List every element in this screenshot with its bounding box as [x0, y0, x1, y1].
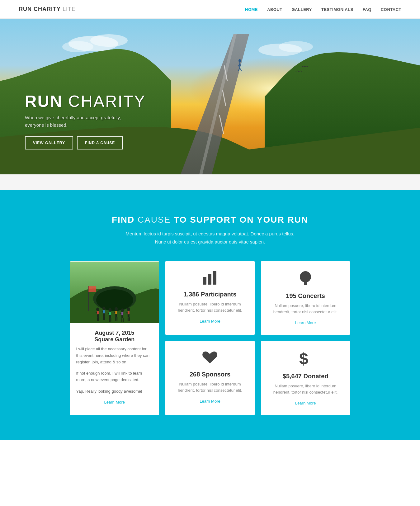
event-body: August 7, 2015 Square Garden I will plac…	[70, 324, 159, 411]
svg-point-19	[96, 307, 99, 311]
svg-rect-38	[116, 317, 117, 321]
event-image	[70, 261, 159, 324]
stat-card-participants: 1,386 Participants Nullam posuere, liber…	[165, 261, 255, 335]
svg-rect-28	[104, 316, 105, 320]
concerts-learn-more[interactable]: Learn More	[295, 320, 316, 325]
donated-desc: Nullam posuere, libero id interdum hendr…	[267, 383, 344, 395]
svg-rect-50	[103, 310, 105, 313]
nav-link-testimonials[interactable]: TESTIMONIALS	[321, 7, 353, 12]
event-learn-more[interactable]: Learn More	[76, 400, 153, 404]
brand-name: RUN CHARITY	[19, 6, 61, 12]
cards-grid: August 7, 2015 Square Garden I will plac…	[70, 261, 350, 415]
sponsors-learn-more[interactable]: Learn More	[200, 399, 220, 404]
stat-card-concerts: 195 Concerts Nullam posuere, libero id i…	[261, 261, 350, 335]
brand-logo[interactable]: RUN CHARITY LITE	[19, 6, 76, 12]
svg-point-39	[121, 308, 124, 312]
nav-link-home[interactable]: HOME	[245, 7, 258, 12]
nav-item-testimonials[interactable]: TESTIMONIALS	[321, 7, 353, 12]
svg-rect-47	[127, 317, 128, 321]
svg-rect-49	[97, 311, 98, 314]
svg-point-6	[90, 34, 128, 47]
svg-rect-53	[121, 312, 123, 315]
event-card: August 7, 2015 Square Garden I will plac…	[70, 261, 159, 415]
tree-icon	[267, 271, 344, 289]
participants-learn-more[interactable]: Learn More	[200, 319, 220, 324]
participants-number: 1,386 Participants	[172, 291, 248, 298]
svg-point-18	[96, 289, 133, 311]
causes-support: TO SUPPORT ON YOUR RUN	[171, 215, 308, 225]
nav-link-contact[interactable]: CONTACT	[381, 7, 401, 12]
concerts-number: 195 Concerts	[267, 292, 344, 300]
svg-rect-48	[129, 317, 130, 321]
svg-rect-58	[208, 274, 211, 285]
svg-rect-61	[304, 281, 307, 285]
svg-rect-37	[115, 317, 116, 321]
svg-point-34	[115, 307, 118, 311]
causes-find: FIND	[112, 215, 134, 225]
svg-rect-33	[110, 318, 111, 322]
svg-point-29	[108, 308, 111, 312]
nav-item-faq[interactable]: FAQ	[363, 7, 371, 12]
event-desc1: I will place all the necessary content f…	[76, 346, 153, 365]
svg-point-24	[102, 306, 105, 310]
hero-title: RUN CHARITY	[25, 92, 146, 110]
svg-text:$: $	[299, 350, 308, 366]
svg-point-9	[279, 41, 313, 52]
dollar-icon: $	[267, 350, 344, 369]
nav-link-about[interactable]: ABOUT	[267, 7, 282, 12]
hero-section: RUN CHARITY When we give cheerfully and …	[0, 19, 420, 174]
causes-cause: CAUSE	[134, 215, 171, 225]
causes-title: FIND CAUSE TO SUPPORT ON YOUR RUN	[19, 215, 401, 225]
hero-title-bold: RUN	[25, 92, 63, 110]
navbar: RUN CHARITY LITE HOME ABOUT GALLERY TEST…	[0, 0, 420, 19]
svg-rect-23	[98, 317, 99, 321]
causes-section: FIND CAUSE TO SUPPORT ON YOUR RUN Mentum…	[0, 190, 420, 440]
divider	[0, 174, 420, 190]
nav-item-gallery[interactable]: GALLERY	[292, 7, 312, 12]
svg-rect-54	[127, 311, 129, 314]
brand-lite: LITE	[61, 6, 76, 12]
nav-menu: HOME ABOUT GALLERY TESTIMONIALS FAQ CONT…	[245, 7, 401, 12]
svg-rect-56	[88, 286, 96, 292]
sponsors-desc: Nullam posuere, libero id interdum hendr…	[172, 381, 248, 393]
svg-rect-42	[121, 318, 122, 322]
causes-description: Mentum lectus id turpis suscipit, ut ege…	[120, 230, 300, 246]
hero-subtitle: When we give cheerfully and accept grate…	[25, 114, 125, 129]
svg-point-60	[300, 271, 311, 282]
svg-rect-27	[103, 316, 104, 320]
nav-item-about[interactable]: ABOUT	[267, 7, 282, 12]
nav-item-home[interactable]: HOME	[245, 7, 258, 12]
sponsors-number: 268 Sponsors	[172, 371, 248, 378]
svg-point-10	[238, 59, 241, 62]
svg-rect-43	[123, 318, 124, 322]
donated-learn-more[interactable]: Learn More	[295, 401, 316, 405]
heart-icon	[172, 350, 248, 367]
find-cause-button[interactable]: FIND A CAUSE	[77, 136, 123, 149]
svg-rect-57	[203, 277, 206, 285]
causes-heading: FIND CAUSE TO SUPPORT ON YOUR RUN	[19, 215, 401, 225]
nav-link-faq[interactable]: FAQ	[363, 7, 371, 12]
stat-card-donated: $ $5,647 Donated Nullam posuere, libero …	[261, 341, 350, 415]
svg-point-7	[62, 41, 93, 52]
nav-item-contact[interactable]: CONTACT	[381, 7, 401, 12]
view-gallery-button[interactable]: VIEW GALLERY	[25, 136, 73, 149]
hero-title-thin: CHARITY	[63, 92, 146, 110]
participants-desc: Nullam posuere, libero id interdum hendr…	[172, 301, 248, 313]
event-desc2: If not enough room, I will link to learn…	[76, 370, 153, 383]
svg-point-44	[127, 307, 130, 311]
hero-buttons: VIEW GALLERY FIND A CAUSE	[25, 136, 146, 149]
svg-rect-52	[115, 311, 117, 314]
nav-link-gallery[interactable]: GALLERY	[292, 7, 312, 12]
donated-number: $5,647 Donated	[267, 373, 344, 380]
event-desc3: Yap. Really looking goody awesome!	[76, 388, 153, 395]
svg-rect-59	[213, 271, 216, 285]
svg-rect-32	[109, 318, 110, 322]
svg-rect-51	[109, 312, 111, 315]
stat-card-sponsors: 268 Sponsors Nullam posuere, libero id i…	[165, 341, 255, 415]
svg-rect-22	[97, 317, 97, 321]
bars-icon	[172, 271, 248, 287]
concerts-desc: Nullam posuere, libero id interdum hendr…	[267, 303, 344, 315]
hero-content: RUN CHARITY When we give cheerfully and …	[25, 92, 146, 149]
event-date: August 7, 2015 Square Garden	[76, 330, 153, 343]
